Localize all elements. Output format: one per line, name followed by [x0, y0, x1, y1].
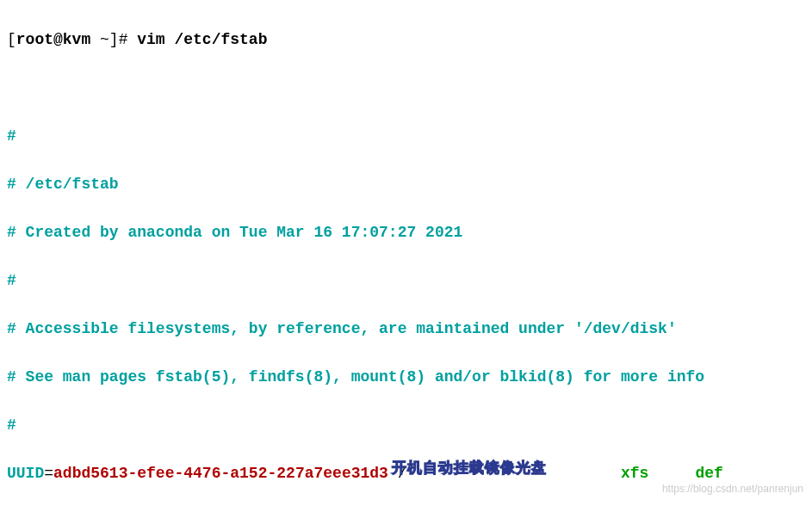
comment-line: # See man pages fstab(5), findfs(8), mou… [7, 365, 805, 389]
cwd: ~ [90, 31, 109, 48]
comment-line: # [7, 268, 805, 293]
comment-line: # Accessible filesystems, by reference, … [7, 317, 805, 341]
key: UUID [7, 465, 44, 482]
bracket-close: ]# [109, 31, 137, 48]
eq: = [44, 465, 53, 482]
comment-line: # [7, 124, 805, 148]
fs-type: xfs [621, 465, 648, 482]
prompt-line: [root@kvm ~]# vim /etc/fstab [7, 28, 805, 52]
command-text: vim /etc/fstab [137, 31, 267, 48]
terminal-output: [root@kvm ~]# vim /etc/fstab # # /etc/fs… [0, 0, 812, 506]
watermark-text: https://blog.csdn.net/panrenjun [662, 477, 803, 501]
uuid-value: adbd5613-efee-4476-a152-227a7eee31d3 [53, 465, 388, 482]
comment-line: # /etc/fstab [7, 172, 805, 196]
caption-annotation: 开机自动挂载镜像光盘 [392, 456, 547, 480]
bracket-open: [ [7, 31, 16, 48]
user-host: root@kvm [16, 31, 90, 48]
comment-line: # Created by anaconda on Tue Mar 16 17:0… [7, 220, 805, 244]
comment-line: # [7, 413, 805, 437]
